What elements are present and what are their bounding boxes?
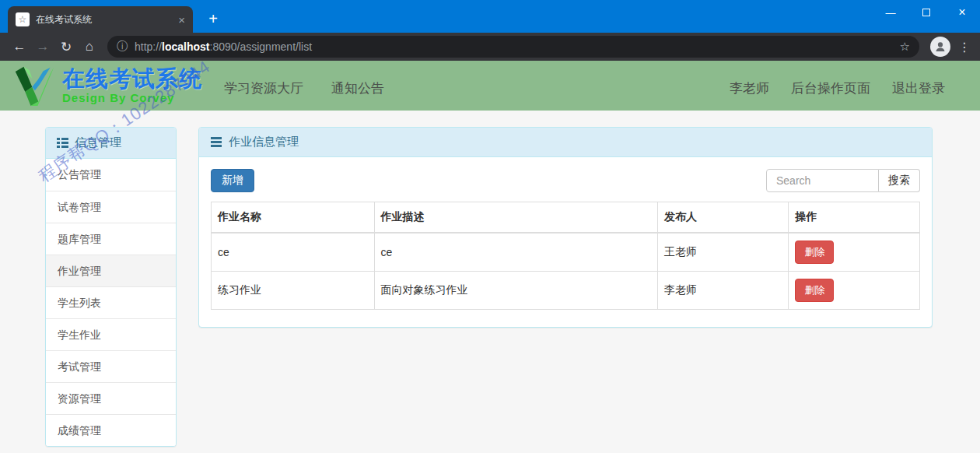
window-controls: — × <box>873 0 980 25</box>
sidebar-item-exam-mgmt[interactable]: 考试管理 <box>46 350 176 382</box>
maximize-button[interactable] <box>908 0 944 25</box>
search-input[interactable] <box>766 169 879 192</box>
brand-title: 在线考试系统 <box>62 67 202 90</box>
sidebar-item-score-mgmt[interactable]: 成绩管理 <box>46 414 176 446</box>
sidebar-title: 信息管理 <box>75 135 121 150</box>
app-logo <box>12 65 56 106</box>
col-header-assignment-desc: 作业描述 <box>374 202 657 234</box>
app-header: 在线考试系统 Design By Corvey 学习资源大厅 通知公告 李老师 … <box>0 61 980 111</box>
url-prefix: http:// <box>135 40 162 53</box>
assignment-table: 作业名称 作业描述 发布人 操作 ce ce 王老师 删除 <box>211 202 920 310</box>
nav-admin-page[interactable]: 后台操作页面 <box>791 79 870 97</box>
sidebar-item-question-bank-mgmt[interactable]: 题库管理 <box>46 223 176 255</box>
sidebar-item-assignment-mgmt[interactable]: 作业管理 <box>46 255 176 286</box>
forward-icon[interactable]: → <box>31 39 54 54</box>
bookmark-star-icon[interactable]: ☆ <box>900 40 910 54</box>
brand-block: 在线考试系统 Design By Corvey <box>62 67 202 104</box>
cell-actions: 删除 <box>789 233 920 272</box>
brand-subtitle: Design By Corvey <box>62 91 202 104</box>
tab-title: 在线考试系统 <box>36 13 173 26</box>
table-row: 练习作业 面向对象练习作业 李老师 删除 <box>212 272 920 310</box>
cell-assignment-name: 练习作业 <box>212 272 375 310</box>
nav-username[interactable]: 李老师 <box>730 79 769 97</box>
main-panel-header: 作业信息管理 <box>199 128 932 157</box>
table-row: ce ce 王老师 删除 <box>212 233 920 272</box>
sidebar-item-announcement-mgmt[interactable]: 公告管理 <box>46 159 176 191</box>
browser-tab[interactable]: ☆ 在线考试系统 × <box>8 6 193 33</box>
page-title: 作业信息管理 <box>229 135 299 149</box>
home-icon[interactable]: ⌂ <box>78 39 101 54</box>
browser-menu-icon[interactable]: ⋮ <box>957 40 972 54</box>
delete-button[interactable]: 删除 <box>795 279 834 302</box>
search-button[interactable]: 搜索 <box>879 169 920 192</box>
refresh-icon[interactable]: ↻ <box>54 39 78 55</box>
minimize-button[interactable]: — <box>873 0 908 25</box>
maximize-icon <box>922 9 930 16</box>
table-header-row: 作业名称 作业描述 发布人 操作 <box>212 202 920 234</box>
url-host: localhost <box>162 40 209 53</box>
user-nav: 李老师 后台操作页面 退出登录 <box>730 79 980 97</box>
browser-toolbar: ← → ↻ ⌂ ⓘ http://localhost:8090/assignme… <box>0 33 980 61</box>
person-icon <box>934 40 947 53</box>
url-text[interactable]: http://localhost:8090/assignment/list <box>135 40 312 53</box>
table-toolbar: 新增 搜索 <box>211 169 920 192</box>
col-header-actions: 操作 <box>789 202 920 234</box>
cell-assignment-name: ce <box>212 233 375 272</box>
delete-button[interactable]: 删除 <box>795 241 834 264</box>
top-nav: 学习资源大厅 通知公告 <box>224 79 384 97</box>
browser-window: ☆ 在线考试系统 × + — × ← → ↻ ⌂ ⓘ http://localh… <box>0 0 980 453</box>
back-icon[interactable]: ← <box>8 39 31 54</box>
browser-titlebar: ☆ 在线考试系统 × + — × <box>0 0 980 33</box>
close-icon: × <box>958 5 965 19</box>
cell-assignment-desc: ce <box>374 233 657 272</box>
cell-assignment-desc: 面向对象练习作业 <box>374 272 657 310</box>
col-header-publisher: 发布人 <box>657 202 789 234</box>
add-button[interactable]: 新增 <box>211 169 254 192</box>
minimize-icon: — <box>886 7 896 19</box>
nav-resource-hall[interactable]: 学习资源大厅 <box>224 79 303 97</box>
search-group: 搜索 <box>766 169 920 192</box>
sidebar: 信息管理 公告管理 试卷管理 题库管理 作业管理 学生列表 学生作业 考试管理 … <box>45 127 177 447</box>
sidebar-item-student-assignment[interactable]: 学生作业 <box>46 318 176 350</box>
main-panel-body: 新增 搜索 作业名称 作业描述 发布人 操作 <box>199 157 932 327</box>
url-rest: :8090/assignment/list <box>210 40 313 53</box>
sidebar-header: 信息管理 <box>46 128 176 159</box>
cell-publisher: 李老师 <box>657 272 789 310</box>
close-button[interactable]: × <box>944 0 980 25</box>
sidebar-item-resource-mgmt[interactable]: 资源管理 <box>46 382 176 414</box>
sidebar-item-student-list[interactable]: 学生列表 <box>46 286 176 318</box>
nav-logout[interactable]: 退出登录 <box>892 79 945 97</box>
tab-close-icon[interactable]: × <box>178 13 185 26</box>
col-header-assignment-name: 作业名称 <box>212 202 375 234</box>
cell-publisher: 王老师 <box>657 233 789 272</box>
main-panel: 作业信息管理 新增 搜索 作业名称 作业描述 发布人 <box>198 127 933 328</box>
page-body: 信息管理 公告管理 试卷管理 题库管理 作业管理 学生列表 学生作业 考试管理 … <box>0 111 980 453</box>
address-bar[interactable]: ⓘ http://localhost:8090/assignment/list … <box>107 36 919 58</box>
th-list-icon <box>57 138 68 148</box>
nav-announcements[interactable]: 通知公告 <box>331 79 384 97</box>
profile-avatar[interactable] <box>930 37 950 57</box>
new-tab-button[interactable]: + <box>202 8 224 30</box>
sidebar-item-exam-paper-mgmt[interactable]: 试卷管理 <box>46 191 176 223</box>
page-info-icon[interactable]: ⓘ <box>117 40 128 54</box>
cell-actions: 删除 <box>789 272 920 310</box>
align-justify-icon <box>211 137 222 147</box>
tab-favicon-icon: ☆ <box>16 12 30 26</box>
